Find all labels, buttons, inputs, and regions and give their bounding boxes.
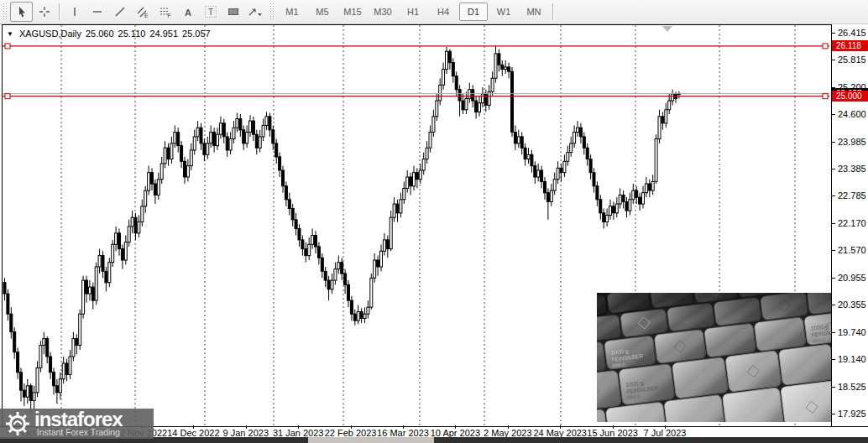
price-axis-label: 20.355 — [838, 300, 866, 310]
price-axis-label: 24.600 — [838, 109, 866, 119]
price-axis-label: 26.415 — [838, 28, 866, 38]
price-axis-label: 25.815 — [838, 55, 866, 65]
rectangle-tool[interactable] — [222, 2, 244, 22]
watermark-text: instaforex Instant Forex Trading — [34, 410, 123, 437]
price-axis-label: 21.570 — [838, 245, 866, 255]
chart-title: ▼ XAGUSD,Daily 25.060 25.110 24.951 25.0… — [7, 29, 211, 39]
vertical-line-tool[interactable] — [63, 2, 86, 22]
price-axis[interactable]: 26.41525.81525.20024.60023.98523.38522.7… — [831, 24, 868, 426]
silver-bars-photo: 1000 gFEINSILBER999.01000 gFEINSILBER999… — [597, 293, 831, 422]
price-axis-label: 17.925 — [838, 409, 866, 419]
chart-symbol-period: XAGUSD,Daily — [19, 29, 81, 39]
watermark-brand: instaforex — [34, 410, 123, 428]
price-axis-label: 20.955 — [838, 273, 866, 283]
timeframe-button-d1[interactable]: D1 — [459, 3, 488, 21]
price-axis-label: 18.525 — [838, 382, 866, 392]
timeframe-button-m30[interactable]: M30 — [369, 3, 397, 21]
price-axis-label: 23.385 — [838, 164, 866, 174]
level-line-left-handle[interactable] — [5, 94, 10, 99]
chart-low-value: 24.951 — [149, 29, 178, 39]
timeframe-toolbar-drag-handle[interactable] — [269, 3, 275, 20]
chart-close-value: 25.057 — [182, 29, 211, 39]
toolbar: EFAT M1M5M15M30H1H4D1W1MN — [0, 0, 868, 24]
timeframe-button-m15[interactable]: M15 — [338, 3, 367, 21]
arrows-tool[interactable] — [244, 2, 267, 22]
price-axis-label: 22.785 — [838, 190, 866, 201]
text-label-tool[interactable]: T — [199, 2, 222, 22]
timeframe-group: M1M5M15M30H1H4D1W1MN — [277, 3, 549, 21]
price-axis-label: 23.985 — [838, 137, 866, 147]
toolbar-drag-handle[interactable] — [3, 3, 8, 20]
instaforex-watermark: instaforex Instant Forex Trading — [0, 409, 154, 439]
price-axis-label: 22.170 — [838, 218, 866, 228]
level-price-badge: 25.000 — [832, 91, 868, 102]
svg-text:E: E — [144, 13, 149, 18]
svg-text:T: T — [208, 8, 213, 17]
text-tool[interactable]: A — [176, 2, 199, 22]
drawing-tools-group: EFAT — [10, 2, 267, 22]
fibonacci-tool[interactable]: F — [154, 2, 176, 22]
toolbar-separator — [59, 3, 60, 20]
timeframe-button-m1[interactable]: M1 — [278, 3, 306, 21]
chart-high-value: 25.110 — [118, 29, 146, 39]
horizontal-line-tool[interactable] — [86, 2, 108, 22]
chart-open-value: 25.060 — [86, 29, 114, 39]
instaforex-gear-logo-icon — [4, 410, 31, 437]
level-line-left-handle[interactable] — [5, 44, 10, 49]
symbol-dropdown-icon[interactable]: ▼ — [7, 30, 13, 38]
svg-text:A: A — [185, 8, 191, 18]
chart-shift-marker-icon[interactable] — [662, 26, 672, 32]
timeframe-button-h4[interactable]: H4 — [429, 3, 458, 21]
toolbar-separator — [552, 3, 553, 20]
level-line-right-handle[interactable] — [823, 94, 828, 99]
timeframe-button-m5[interactable]: M5 — [308, 3, 337, 21]
svg-text:F: F — [167, 13, 170, 18]
candlestick-series — [3, 46, 680, 413]
watermark-tagline: Instant Forex Trading — [34, 428, 123, 437]
timeframe-button-w1[interactable]: W1 — [489, 3, 518, 21]
timeframe-button-h1[interactable]: H1 — [399, 3, 427, 21]
level-line-right-handle[interactable] — [823, 44, 828, 49]
price-axis-label: 19.740 — [838, 327, 866, 337]
equidistant-channel-tool[interactable]: E — [131, 2, 154, 22]
price-axis-label: 19.140 — [838, 354, 866, 364]
cursor-tool[interactable] — [10, 2, 33, 22]
trendline-tool[interactable] — [108, 2, 131, 22]
bottom-edge-light-segment — [308, 437, 434, 443]
level-price-badge: 26.118 — [832, 40, 868, 51]
timeframe-button-mn[interactable]: MN — [520, 3, 548, 21]
trading-platform-window: EFAT M1M5M15M30H1H4D1W1MN ▼ XAGUSD,Daily… — [0, 0, 868, 443]
price-axis-border — [831, 24, 832, 427]
crosshair-tool[interactable] — [33, 2, 55, 22]
